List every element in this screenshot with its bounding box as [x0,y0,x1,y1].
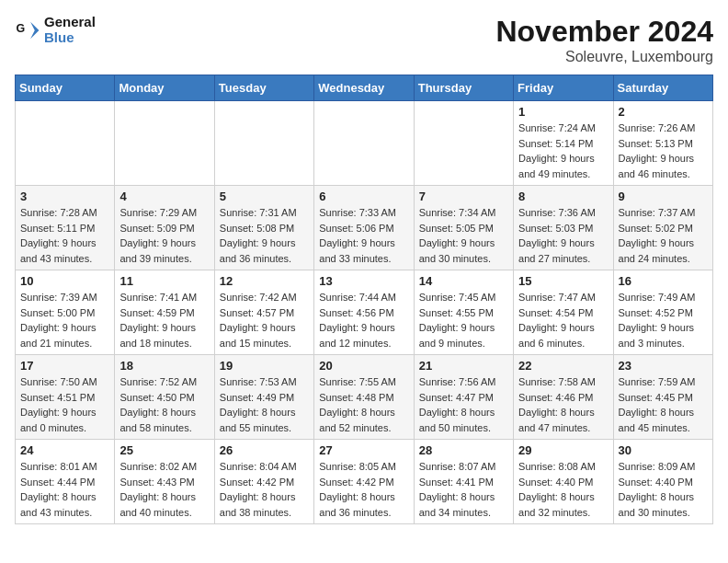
col-header-friday: Friday [514,75,613,101]
day-number: 25 [119,443,209,457]
week-row-2: 3Sunrise: 7:28 AMSunset: 5:11 PMDaylight… [16,186,713,270]
day-cell: 19Sunrise: 7:53 AMSunset: 4:49 PMDayligh… [214,355,313,440]
day-number: 20 [319,359,408,373]
day-number: 15 [518,274,608,288]
day-number: 2 [619,105,708,119]
week-row-3: 10Sunrise: 7:39 AMSunset: 5:00 PMDayligh… [16,270,713,355]
day-number: 9 [619,190,708,203]
day-number: 23 [619,359,708,373]
day-number: 14 [419,274,508,288]
day-cell: 4Sunrise: 7:29 AMSunset: 5:09 PMDaylight… [115,186,214,270]
day-number: 10 [20,274,109,288]
day-cell: 18Sunrise: 7:52 AMSunset: 4:50 PMDayligh… [115,355,214,440]
col-header-monday: Monday [115,75,214,101]
day-cell: 1Sunrise: 7:24 AMSunset: 5:14 PMDaylight… [514,101,613,186]
day-cell [214,101,313,186]
day-number: 30 [619,443,708,457]
day-number: 16 [619,274,708,288]
day-info: Sunrise: 7:52 AMSunset: 4:50 PMDaylight:… [119,374,209,435]
day-cell [115,101,214,186]
day-cell: 3Sunrise: 7:28 AMSunset: 5:11 PMDaylight… [16,186,115,270]
day-cell: 14Sunrise: 7:45 AMSunset: 4:55 PMDayligh… [414,270,513,355]
day-number: 5 [220,190,309,203]
day-cell: 17Sunrise: 7:50 AMSunset: 4:51 PMDayligh… [16,355,115,440]
svg-text:G: G [17,21,26,34]
day-number: 24 [20,443,109,457]
day-cell: 7Sunrise: 7:34 AMSunset: 5:05 PMDaylight… [414,186,513,270]
day-info: Sunrise: 7:39 AMSunset: 5:00 PMDaylight:… [20,290,109,350]
day-cell: 2Sunrise: 7:26 AMSunset: 5:13 PMDaylight… [613,101,712,186]
day-info: Sunrise: 7:58 AMSunset: 4:46 PMDaylight:… [518,374,608,435]
col-header-sunday: Sunday [16,75,115,101]
day-cell: 25Sunrise: 8:02 AMSunset: 4:43 PMDayligh… [115,440,214,524]
day-number: 27 [319,443,408,457]
day-info: Sunrise: 7:47 AMSunset: 4:54 PMDaylight:… [518,290,608,350]
col-header-saturday: Saturday [613,75,712,101]
day-info: Sunrise: 8:09 AMSunset: 4:40 PMDaylight:… [619,459,708,520]
day-cell: 22Sunrise: 7:58 AMSunset: 4:46 PMDayligh… [514,355,613,440]
day-number: 1 [518,105,608,119]
title-area: November 2024 Soleuvre, Luxembourg [495,15,713,65]
day-info: Sunrise: 8:08 AMSunset: 4:40 PMDaylight:… [518,459,608,520]
day-cell: 11Sunrise: 7:41 AMSunset: 4:59 PMDayligh… [115,270,214,355]
day-cell: 13Sunrise: 7:44 AMSunset: 4:56 PMDayligh… [314,270,414,355]
day-cell: 8Sunrise: 7:36 AMSunset: 5:03 PMDaylight… [514,186,613,270]
day-number: 13 [319,274,408,288]
day-number: 3 [20,190,109,203]
day-info: Sunrise: 7:53 AMSunset: 4:49 PMDaylight:… [220,374,309,435]
day-cell: 28Sunrise: 8:07 AMSunset: 4:41 PMDayligh… [414,440,513,524]
header-row: SundayMondayTuesdayWednesdayThursdayFrid… [16,75,713,101]
logo: G General Blue [15,15,96,45]
day-cell: 20Sunrise: 7:55 AMSunset: 4:48 PMDayligh… [314,355,414,440]
logo-line1: General [44,15,96,30]
day-number: 21 [419,359,508,373]
day-info: Sunrise: 7:41 AMSunset: 4:59 PMDaylight:… [119,290,209,350]
day-cell: 26Sunrise: 8:04 AMSunset: 4:42 PMDayligh… [214,440,313,524]
day-cell [414,101,513,186]
day-info: Sunrise: 7:44 AMSunset: 4:56 PMDaylight:… [319,290,408,350]
svg-marker-1 [30,21,39,39]
day-number: 4 [119,190,209,203]
day-info: Sunrise: 7:24 AMSunset: 5:14 PMDaylight:… [518,121,608,181]
col-header-thursday: Thursday [414,75,513,101]
day-cell: 10Sunrise: 7:39 AMSunset: 5:00 PMDayligh… [16,270,115,355]
day-cell: 29Sunrise: 8:08 AMSunset: 4:40 PMDayligh… [514,440,613,524]
logo-icon: G [15,17,40,43]
day-info: Sunrise: 8:02 AMSunset: 4:43 PMDaylight:… [119,459,209,520]
day-cell: 5Sunrise: 7:31 AMSunset: 5:08 PMDaylight… [214,186,313,270]
day-cell: 30Sunrise: 8:09 AMSunset: 4:40 PMDayligh… [613,440,712,524]
day-info: Sunrise: 7:36 AMSunset: 5:03 PMDaylight:… [518,205,608,266]
day-info: Sunrise: 7:33 AMSunset: 5:06 PMDaylight:… [319,205,408,266]
day-number: 29 [518,443,608,457]
day-cell: 9Sunrise: 7:37 AMSunset: 5:02 PMDaylight… [613,186,712,270]
day-info: Sunrise: 7:34 AMSunset: 5:05 PMDaylight:… [419,205,508,266]
day-info: Sunrise: 7:50 AMSunset: 4:51 PMDaylight:… [20,374,109,435]
day-info: Sunrise: 8:07 AMSunset: 4:41 PMDaylight:… [419,459,508,520]
month-title: November 2024 [495,15,713,49]
location: Soleuvre, Luxembourg [495,49,713,65]
col-header-wednesday: Wednesday [314,75,414,101]
day-number: 28 [419,443,508,457]
day-info: Sunrise: 7:31 AMSunset: 5:08 PMDaylight:… [220,205,309,266]
day-cell: 12Sunrise: 7:42 AMSunset: 4:57 PMDayligh… [214,270,313,355]
header: G General Blue November 2024 Soleuvre, L… [15,15,713,65]
day-info: Sunrise: 7:28 AMSunset: 5:11 PMDaylight:… [20,205,109,266]
day-cell: 16Sunrise: 7:49 AMSunset: 4:52 PMDayligh… [613,270,712,355]
day-info: Sunrise: 7:55 AMSunset: 4:48 PMDaylight:… [319,374,408,435]
day-info: Sunrise: 7:56 AMSunset: 4:47 PMDaylight:… [419,374,508,435]
day-info: Sunrise: 7:37 AMSunset: 5:02 PMDaylight:… [619,205,708,266]
week-row-4: 17Sunrise: 7:50 AMSunset: 4:51 PMDayligh… [16,355,713,440]
day-info: Sunrise: 7:49 AMSunset: 4:52 PMDaylight:… [619,290,708,350]
day-cell: 15Sunrise: 7:47 AMSunset: 4:54 PMDayligh… [514,270,613,355]
day-number: 19 [220,359,309,373]
day-info: Sunrise: 8:04 AMSunset: 4:42 PMDaylight:… [220,459,309,520]
week-row-5: 24Sunrise: 8:01 AMSunset: 4:44 PMDayligh… [16,440,713,524]
week-row-1: 1Sunrise: 7:24 AMSunset: 5:14 PMDaylight… [16,101,713,186]
logo-line2: Blue [44,30,96,46]
day-info: Sunrise: 8:05 AMSunset: 4:42 PMDaylight:… [319,459,408,520]
day-number: 8 [518,190,608,203]
day-info: Sunrise: 7:42 AMSunset: 4:57 PMDaylight:… [220,290,309,350]
day-cell [314,101,414,186]
day-cell: 6Sunrise: 7:33 AMSunset: 5:06 PMDaylight… [314,186,414,270]
day-number: 26 [220,443,309,457]
